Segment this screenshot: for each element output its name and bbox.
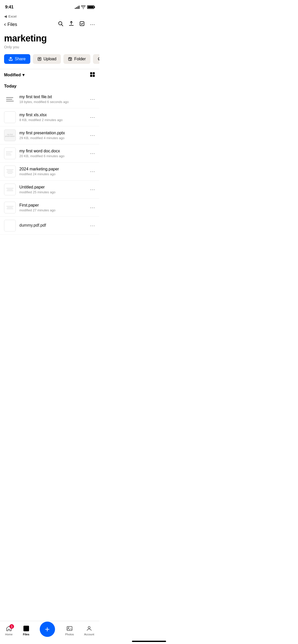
sort-bar: Modified ▾	[0, 69, 99, 81]
list-item[interactable]: 2024 marketing.paper modified 24 minutes…	[0, 163, 99, 181]
file-meta: modified 25 minutes ago	[19, 190, 87, 194]
folder-label: Folder	[74, 57, 86, 61]
file-more-button[interactable]: ⋯	[87, 132, 95, 138]
upload-action-icon	[37, 57, 42, 61]
file-meta: 8 KB, modified 2 minutes ago	[19, 118, 87, 122]
file-more-button[interactable]: ⋯	[87, 223, 95, 229]
grid-icon	[90, 72, 95, 77]
file-list: Today my first text file.txt 18 bytes, m…	[0, 81, 99, 260]
file-info: dummy.pdf.pdf	[19, 223, 87, 228]
list-item[interactable]: Untitled.paper modified 25 minutes ago ⋯	[0, 181, 99, 199]
file-name: First.paper	[19, 203, 87, 208]
sort-button[interactable]: Modified ▾	[4, 72, 24, 77]
status-time: 9:41	[5, 5, 13, 10]
file-info: my first word doc.docx 20 KB, modified 6…	[19, 149, 87, 158]
search-icon	[58, 21, 63, 26]
file-name: 2024 marketing.paper	[19, 167, 87, 171]
upload-action-button[interactable]: Upload	[33, 54, 61, 64]
status-bar: 9:41	[0, 0, 99, 13]
wifi-icon	[81, 5, 86, 9]
battery-icon	[87, 5, 94, 9]
file-meta: modified 27 minutes ago	[19, 208, 87, 212]
file-more-button[interactable]: ⋯	[87, 150, 95, 156]
upload-icon	[69, 21, 74, 26]
offline-icon	[98, 57, 99, 61]
list-item[interactable]: my first text file.txt 18 bytes, modifie…	[0, 90, 99, 108]
folder-icon	[68, 57, 72, 61]
svg-rect-12	[90, 75, 92, 77]
sort-label-text: Modified	[4, 73, 21, 77]
file-name: my first xls.xlsx	[19, 113, 87, 117]
upload-action-label: Upload	[44, 57, 57, 61]
file-meta: 20 KB, modified 6 minutes ago	[19, 154, 87, 158]
file-name: my first word doc.docx	[19, 149, 87, 153]
share-button[interactable]: Share	[4, 54, 30, 64]
svg-rect-2	[69, 25, 74, 26]
file-meta: 29 KB, modified 4 minutes ago	[19, 136, 87, 140]
file-info: my first text file.txt 18 bytes, modifie…	[19, 95, 87, 104]
file-thumbnail-docx	[4, 148, 16, 159]
file-info: my first xls.xlsx 8 KB, modified 2 minut…	[19, 113, 87, 122]
search-button[interactable]	[58, 21, 63, 28]
file-meta: 18 bytes, modified 6 seconds ago	[19, 100, 87, 104]
file-more-button[interactable]: ⋯	[87, 114, 95, 120]
file-info: First.paper modified 27 minutes ago	[19, 203, 87, 212]
file-thumbnail-pptx: my firstpresentation	[4, 129, 16, 141]
back-chevron-icon: ‹	[4, 22, 6, 27]
status-icons	[75, 5, 94, 9]
file-thumbnail-paper	[4, 166, 16, 177]
file-thumbnail-xlsx	[4, 111, 16, 123]
svg-rect-4	[80, 22, 84, 26]
list-item[interactable]: dummy.pdf.pdf ⋯	[0, 217, 99, 235]
file-meta: modified 24 minutes ago	[19, 172, 87, 176]
list-item[interactable]: my first xls.xlsx 8 KB, modified 2 minut…	[0, 108, 99, 126]
svg-line-1	[61, 24, 63, 26]
svg-rect-10	[90, 72, 92, 74]
file-info: my first presentation.pptx 29 KB, modifi…	[19, 131, 87, 140]
page-header: marketing Only you	[0, 30, 99, 54]
list-item[interactable]: my firstpresentation my first presentati…	[0, 126, 99, 144]
list-item[interactable]: First.paper modified 27 minutes ago ⋯	[0, 199, 99, 217]
grid-view-button[interactable]	[90, 72, 95, 78]
share-label: Share	[15, 57, 26, 61]
file-more-button[interactable]: ⋯	[87, 204, 95, 211]
file-info: 2024 marketing.paper modified 24 minutes…	[19, 167, 87, 176]
file-name: my first text file.txt	[19, 95, 87, 99]
select-button[interactable]	[79, 21, 85, 28]
svg-rect-11	[93, 72, 95, 74]
signal-icon	[75, 5, 79, 9]
list-item[interactable]: my first word doc.docx 20 KB, modified 6…	[0, 144, 99, 163]
offline-button[interactable]: Offlin...	[93, 54, 99, 64]
file-thumbnail-txt	[4, 93, 16, 105]
folder-button[interactable]: Folder	[63, 54, 90, 64]
toolbar-title[interactable]: Files	[7, 22, 17, 27]
action-buttons: Share Upload Folder Offlin...	[0, 54, 99, 69]
file-thumbnail-paper2	[4, 184, 16, 195]
upload-button[interactable]	[69, 21, 74, 28]
back-app-nav[interactable]: ◀ Excel	[0, 13, 99, 20]
select-icon	[79, 21, 85, 26]
share-icon	[9, 57, 13, 61]
file-name: dummy.pdf.pdf	[19, 223, 87, 228]
toolbar-right: ⋯	[58, 21, 95, 28]
file-thumbnail-pdf	[4, 220, 16, 231]
file-thumbnail-paper3	[4, 202, 16, 213]
section-header-today: Today	[0, 81, 99, 90]
back-app-label: Excel	[7, 14, 17, 18]
toolbar: ‹ Files ⋯	[0, 20, 99, 30]
page-title: marketing	[4, 33, 95, 44]
toolbar-left[interactable]: ‹ Files	[4, 22, 17, 27]
more-button[interactable]: ⋯	[90, 21, 95, 27]
file-more-button[interactable]: ⋯	[87, 168, 95, 174]
file-name: my first presentation.pptx	[19, 131, 87, 135]
svg-rect-13	[93, 75, 95, 77]
file-more-button[interactable]: ⋯	[87, 96, 95, 102]
sort-chevron-icon: ▾	[22, 72, 24, 77]
file-more-button[interactable]: ⋯	[87, 186, 95, 193]
file-name: Untitled.paper	[19, 185, 87, 189]
page-subtitle: Only you	[4, 45, 95, 49]
file-info: Untitled.paper modified 25 minutes ago	[19, 185, 87, 194]
